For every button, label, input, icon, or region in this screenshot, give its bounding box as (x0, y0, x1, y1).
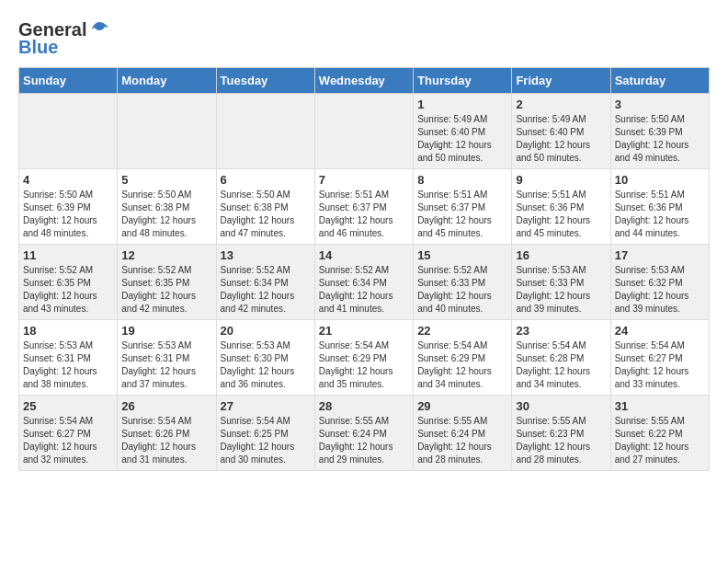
day-number: 28 (319, 399, 409, 413)
calendar-week-1: 1Sunrise: 5:49 AM Sunset: 6:40 PM Daylig… (19, 94, 710, 169)
calendar-cell: 3Sunrise: 5:50 AM Sunset: 6:39 PM Daylig… (610, 94, 709, 169)
header: General Blue (18, 18, 710, 58)
day-info: Sunrise: 5:54 AM Sunset: 6:25 PM Dayligh… (221, 415, 311, 466)
day-number: 19 (121, 324, 211, 338)
day-number: 20 (221, 324, 311, 338)
day-number: 2 (516, 98, 606, 111)
day-info: Sunrise: 5:49 AM Sunset: 6:40 PM Dayligh… (516, 113, 606, 165)
calendar-cell: 31Sunrise: 5:55 AM Sunset: 6:22 PM Dayli… (610, 396, 709, 471)
day-number: 25 (23, 399, 113, 413)
calendar-cell: 30Sunrise: 5:55 AM Sunset: 6:23 PM Dayli… (512, 396, 610, 471)
calendar-cell: 1Sunrise: 5:49 AM Sunset: 6:40 PM Daylig… (414, 94, 512, 169)
calendar-cell: 24Sunrise: 5:54 AM Sunset: 6:27 PM Dayli… (610, 320, 709, 396)
day-number: 11 (23, 248, 113, 262)
day-number: 8 (417, 173, 507, 187)
day-number: 7 (319, 173, 409, 187)
calendar-cell: 17Sunrise: 5:53 AM Sunset: 6:32 PM Dayli… (610, 245, 709, 320)
day-info: Sunrise: 5:55 AM Sunset: 6:22 PM Dayligh… (615, 415, 705, 466)
logo: General Blue (18, 18, 110, 58)
calendar-cell: 5Sunrise: 5:50 AM Sunset: 6:38 PM Daylig… (118, 169, 216, 245)
calendar-cell: 27Sunrise: 5:54 AM Sunset: 6:25 PM Dayli… (216, 396, 314, 471)
calendar-cell: 8Sunrise: 5:51 AM Sunset: 6:37 PM Daylig… (414, 169, 512, 245)
calendar-header-saturday: Saturday (610, 68, 709, 94)
calendar-cell: 4Sunrise: 5:50 AM Sunset: 6:39 PM Daylig… (19, 169, 118, 245)
day-info: Sunrise: 5:53 AM Sunset: 6:31 PM Dayligh… (121, 339, 211, 391)
day-info: Sunrise: 5:52 AM Sunset: 6:34 PM Dayligh… (319, 264, 409, 316)
day-number: 29 (417, 399, 507, 413)
day-info: Sunrise: 5:53 AM Sunset: 6:33 PM Dayligh… (516, 264, 606, 316)
day-number: 12 (121, 248, 211, 262)
day-info: Sunrise: 5:51 AM Sunset: 6:36 PM Dayligh… (615, 189, 705, 240)
day-number: 5 (121, 173, 211, 187)
logo-bird-icon (88, 18, 110, 40)
day-number: 15 (417, 248, 507, 262)
calendar-cell: 6Sunrise: 5:50 AM Sunset: 6:38 PM Daylig… (216, 169, 314, 245)
day-info: Sunrise: 5:50 AM Sunset: 6:39 PM Dayligh… (615, 113, 705, 165)
calendar-cell: 7Sunrise: 5:51 AM Sunset: 6:37 PM Daylig… (314, 169, 413, 245)
day-info: Sunrise: 5:52 AM Sunset: 6:35 PM Dayligh… (23, 264, 113, 316)
calendar-header-sunday: Sunday (19, 68, 118, 94)
calendar-cell: 18Sunrise: 5:53 AM Sunset: 6:31 PM Dayli… (19, 320, 118, 396)
calendar-cell: 14Sunrise: 5:52 AM Sunset: 6:34 PM Dayli… (314, 245, 413, 320)
calendar-header-tuesday: Tuesday (216, 68, 314, 94)
day-info: Sunrise: 5:50 AM Sunset: 6:39 PM Dayligh… (23, 189, 113, 240)
calendar-cell: 22Sunrise: 5:54 AM Sunset: 6:29 PM Dayli… (414, 320, 512, 396)
day-number: 22 (417, 324, 507, 338)
day-info: Sunrise: 5:53 AM Sunset: 6:30 PM Dayligh… (221, 339, 311, 391)
day-info: Sunrise: 5:53 AM Sunset: 6:31 PM Dayligh… (23, 339, 113, 391)
calendar-week-5: 25Sunrise: 5:54 AM Sunset: 6:27 PM Dayli… (19, 396, 710, 471)
day-info: Sunrise: 5:52 AM Sunset: 6:34 PM Dayligh… (221, 264, 311, 316)
day-info: Sunrise: 5:49 AM Sunset: 6:40 PM Dayligh… (417, 113, 507, 165)
calendar-cell: 12Sunrise: 5:52 AM Sunset: 6:35 PM Dayli… (118, 245, 216, 320)
calendar-cell: 26Sunrise: 5:54 AM Sunset: 6:26 PM Dayli… (118, 396, 216, 471)
day-info: Sunrise: 5:51 AM Sunset: 6:36 PM Dayligh… (516, 189, 606, 240)
calendar-cell: 20Sunrise: 5:53 AM Sunset: 6:30 PM Dayli… (216, 320, 314, 396)
day-number: 17 (615, 248, 705, 262)
calendar-cell: 10Sunrise: 5:51 AM Sunset: 6:36 PM Dayli… (610, 169, 709, 245)
calendar-cell: 23Sunrise: 5:54 AM Sunset: 6:28 PM Dayli… (512, 320, 610, 396)
day-number: 24 (615, 324, 705, 338)
calendar-cell: 9Sunrise: 5:51 AM Sunset: 6:36 PM Daylig… (512, 169, 610, 245)
day-number: 3 (615, 98, 705, 111)
calendar-cell: 2Sunrise: 5:49 AM Sunset: 6:40 PM Daylig… (512, 94, 610, 169)
day-number: 18 (23, 324, 113, 338)
day-number: 21 (319, 324, 409, 338)
calendar-cell: 19Sunrise: 5:53 AM Sunset: 6:31 PM Dayli… (118, 320, 216, 396)
day-info: Sunrise: 5:51 AM Sunset: 6:37 PM Dayligh… (417, 189, 507, 240)
day-info: Sunrise: 5:54 AM Sunset: 6:28 PM Dayligh… (516, 339, 606, 391)
day-number: 23 (516, 324, 606, 338)
day-number: 10 (615, 173, 705, 187)
calendar-header-row: SundayMondayTuesdayWednesdayThursdayFrid… (19, 68, 710, 94)
day-info: Sunrise: 5:50 AM Sunset: 6:38 PM Dayligh… (221, 189, 311, 240)
day-number: 30 (516, 399, 606, 413)
calendar-cell: 13Sunrise: 5:52 AM Sunset: 6:34 PM Dayli… (216, 245, 314, 320)
day-info: Sunrise: 5:54 AM Sunset: 6:26 PM Dayligh… (121, 415, 211, 466)
day-number: 16 (516, 248, 606, 262)
day-number: 6 (221, 173, 311, 187)
day-number: 13 (221, 248, 311, 262)
day-info: Sunrise: 5:54 AM Sunset: 6:29 PM Dayligh… (417, 339, 507, 391)
day-number: 4 (23, 173, 113, 187)
calendar-header-friday: Friday (512, 68, 610, 94)
calendar-cell (314, 94, 413, 169)
day-info: Sunrise: 5:52 AM Sunset: 6:33 PM Dayligh… (417, 264, 507, 316)
day-number: 1 (417, 98, 507, 111)
day-info: Sunrise: 5:55 AM Sunset: 6:23 PM Dayligh… (516, 415, 606, 466)
calendar-header-wednesday: Wednesday (314, 68, 413, 94)
day-number: 14 (319, 248, 409, 262)
day-info: Sunrise: 5:55 AM Sunset: 6:24 PM Dayligh… (319, 415, 409, 466)
day-info: Sunrise: 5:50 AM Sunset: 6:38 PM Dayligh… (121, 189, 211, 240)
calendar-cell: 28Sunrise: 5:55 AM Sunset: 6:24 PM Dayli… (314, 396, 413, 471)
day-info: Sunrise: 5:54 AM Sunset: 6:29 PM Dayligh… (319, 339, 409, 391)
day-number: 31 (615, 399, 705, 413)
calendar-cell: 11Sunrise: 5:52 AM Sunset: 6:35 PM Dayli… (19, 245, 118, 320)
day-number: 26 (121, 399, 211, 413)
calendar-cell (19, 94, 118, 169)
calendar-cell: 16Sunrise: 5:53 AM Sunset: 6:33 PM Dayli… (512, 245, 610, 320)
logo-blue-text: Blue (18, 37, 58, 58)
calendar-header-thursday: Thursday (414, 68, 512, 94)
calendar-week-4: 18Sunrise: 5:53 AM Sunset: 6:31 PM Dayli… (19, 320, 710, 396)
calendar-cell (216, 94, 314, 169)
calendar-week-2: 4Sunrise: 5:50 AM Sunset: 6:39 PM Daylig… (19, 169, 710, 245)
calendar-week-3: 11Sunrise: 5:52 AM Sunset: 6:35 PM Dayli… (19, 245, 710, 320)
